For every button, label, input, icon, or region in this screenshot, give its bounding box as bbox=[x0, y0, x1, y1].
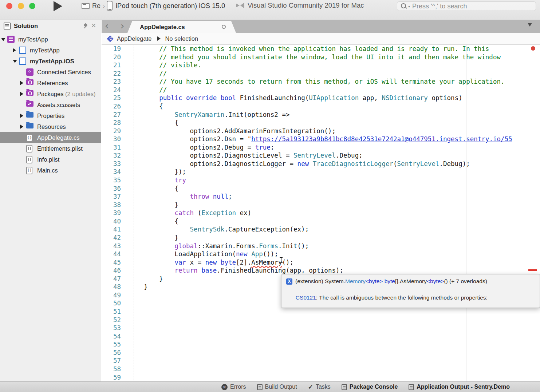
code-line[interactable]: 20 // method you should instantiate the … bbox=[102, 53, 540, 62]
chevron-right-icon[interactable] bbox=[20, 114, 23, 118]
scrollbar-error-dot bbox=[531, 46, 535, 51]
close-icon[interactable]: ✕ bbox=[91, 22, 96, 29]
device-selector[interactable]: iPod touch (7th generation) iOS 15.0 bbox=[107, 1, 225, 11]
scrollbar-error-marker bbox=[528, 269, 537, 271]
dsn-url-link[interactable]: https://5a193123a9b841bc8d8e42531e7242a1… bbox=[251, 135, 512, 143]
minimize-window-button[interactable] bbox=[18, 3, 24, 9]
chevron-right-icon[interactable] bbox=[20, 81, 23, 85]
code-line[interactable]: 19 // This method is invoked when the ap… bbox=[102, 45, 540, 53]
code-line[interactable]: 56 bbox=[102, 349, 540, 357]
code-line[interactable]: 29 options2.AddXamarinFormsIntegration()… bbox=[102, 127, 540, 135]
code-line[interactable]: 23 // You have 17 seconds to return from… bbox=[102, 78, 540, 86]
code-line[interactable]: 57 bbox=[102, 357, 540, 365]
code-line[interactable]: 44 LoadApplication(new App()); bbox=[102, 250, 540, 258]
code-line[interactable]: 58 bbox=[102, 365, 540, 373]
sidebar-item-label: Packages (2 updates) bbox=[37, 91, 96, 98]
code-line[interactable]: 36 { bbox=[102, 185, 540, 193]
sidebar-item-resources[interactable]: Resources bbox=[0, 121, 101, 132]
code-line[interactable]: 42 } bbox=[102, 234, 540, 242]
code-line[interactable]: 22 // bbox=[102, 70, 540, 78]
sidebar-item-mytestapp[interactable]: myTestApp bbox=[0, 34, 101, 45]
line-number: 21 bbox=[102, 61, 129, 70]
code-line[interactable]: 59 bbox=[102, 373, 540, 382]
breadcrumb-selection[interactable]: No selection bbox=[165, 35, 198, 42]
statusbar-label: Errors bbox=[230, 384, 246, 390]
line-number: 19 bbox=[102, 45, 129, 53]
code-line[interactable]: 43 global::Xamarin.Forms.Forms.Init(); bbox=[102, 242, 540, 250]
line-number: 27 bbox=[102, 111, 129, 119]
document-icon bbox=[409, 384, 414, 390]
tab-list-dropdown-icon[interactable] bbox=[528, 23, 532, 27]
chevron-down-icon[interactable] bbox=[1, 38, 5, 41]
code-line[interactable]: 55 bbox=[102, 340, 540, 349]
run-button[interactable] bbox=[54, 1, 62, 11]
code-line[interactable]: 31 options2.Debug = true; bbox=[102, 143, 540, 152]
chevron-right-icon[interactable] bbox=[20, 124, 23, 129]
code-line[interactable]: 21 // visible. bbox=[102, 61, 540, 70]
tab-appdelegate[interactable]: AppDelegate.cs bbox=[127, 21, 236, 33]
pin-icon[interactable] bbox=[83, 23, 89, 29]
code-lines: 19 // This method is invoked when the ap… bbox=[102, 45, 540, 381]
statusbar-application-output-sentry-demo[interactable]: Application Output - Sentry.Demo bbox=[409, 384, 510, 390]
app-title-text: Visual Studio Community 2019 for Mac bbox=[248, 1, 364, 9]
sidebar-item-packages[interactable]: Packages (2 updates) bbox=[0, 88, 101, 99]
status-bar: ✕ErrorsBuild Output✓TasksPackage Console… bbox=[0, 381, 540, 392]
error-code-link[interactable]: CS0121 bbox=[296, 294, 316, 301]
code-line[interactable]: 35 try bbox=[102, 176, 540, 185]
code-line[interactable]: 38 } bbox=[102, 201, 540, 209]
code-line[interactable]: 45 var x = new byte[2].AsMemory(); bbox=[102, 258, 540, 267]
sidebar-item-connected-services[interactable]: Connected Services bbox=[0, 67, 101, 78]
line-number: 49 bbox=[102, 291, 129, 300]
line-number: 59 bbox=[102, 373, 129, 382]
code-line[interactable]: 33 options2.DiagnosticLogger = new Trace… bbox=[102, 160, 540, 168]
code-line[interactable]: 30 options2.Dsn = "https://5a193123a9b84… bbox=[102, 135, 540, 143]
navigate-back-button[interactable]: ‹ bbox=[105, 20, 109, 31]
solution-tree: myTestAppmyTestAppmyTestApp.iOSConnected… bbox=[0, 34, 101, 176]
sidebar-item-main-cs[interactable]: Main.cs bbox=[0, 165, 101, 176]
search-input[interactable]: ▾ Press '^,' to search bbox=[397, 1, 536, 11]
sidebar-item-mytestapp-ios[interactable]: myTestApp.iOS bbox=[0, 56, 101, 67]
zoom-window-button[interactable] bbox=[29, 3, 35, 9]
code-line[interactable]: 54 bbox=[102, 332, 540, 341]
code-editor[interactable]: 19 // This method is invoked when the ap… bbox=[102, 45, 540, 381]
code-line[interactable]: 25 public override bool FinishedLaunchin… bbox=[102, 94, 540, 102]
code-line[interactable]: 40 { bbox=[102, 217, 540, 226]
code-line[interactable]: 32 options2.DiagnosticLevel = SentryLeve… bbox=[102, 151, 540, 160]
sidebar-item-label: AppDelegate.cs bbox=[37, 134, 80, 141]
code-line[interactable]: 41 SentrySdk.CaptureException(ex); bbox=[102, 225, 540, 234]
sidebar-item-appdelegate-cs[interactable]: AppDelegate.cs bbox=[0, 132, 101, 143]
code-line[interactable]: 51 bbox=[102, 308, 540, 316]
close-window-button[interactable] bbox=[6, 3, 12, 9]
code-line[interactable]: 46 return base.FinishedLaunching(app, op… bbox=[102, 266, 540, 275]
code-line[interactable]: 28 { bbox=[102, 119, 540, 127]
code-line[interactable]: 39 catch (Exception ex) bbox=[102, 209, 540, 217]
code-line[interactable]: 26 { bbox=[102, 102, 540, 111]
sidebar-item-assets-xcassets[interactable]: Assets.xcassets bbox=[0, 99, 101, 110]
code-line[interactable]: 52 bbox=[102, 316, 540, 324]
sidebar-item-references[interactable]: References bbox=[0, 78, 101, 88]
code-line[interactable]: 24 // bbox=[102, 86, 540, 94]
chevron-right-icon[interactable] bbox=[20, 92, 23, 96]
code-line[interactable]: 27 SentryXamarin.Init(options2 => bbox=[102, 111, 540, 119]
navigate-forward-button[interactable]: › bbox=[121, 20, 124, 31]
statusbar-build-output[interactable]: Build Output bbox=[257, 384, 297, 390]
sidebar-item-info-plist[interactable]: Info.plist bbox=[0, 154, 101, 165]
window-title: Visual Studio Community 2019 for Mac bbox=[236, 1, 364, 9]
extension-method-icon: X bbox=[286, 278, 292, 285]
code-line[interactable]: 37 throw null; bbox=[102, 193, 540, 201]
line-number: 40 bbox=[102, 217, 129, 226]
sidebar-item-entitlements-plist[interactable]: Entitlements.plist bbox=[0, 143, 101, 154]
breadcrumb-class[interactable]: AppDelegate bbox=[117, 35, 151, 42]
code-line[interactable]: 53 bbox=[102, 324, 540, 332]
code-line[interactable]: 34 }); bbox=[102, 168, 540, 176]
statusbar-errors[interactable]: ✕Errors bbox=[221, 384, 246, 390]
sidebar-item-mytestapp[interactable]: myTestApp bbox=[0, 45, 101, 56]
line-number: 35 bbox=[102, 176, 129, 185]
sidebar-item-properties[interactable]: Properties bbox=[0, 110, 101, 121]
chevron-right-icon[interactable] bbox=[13, 48, 16, 52]
build-configuration-selector[interactable]: Re › bbox=[82, 2, 105, 10]
statusbar-package-console[interactable]: Package Console bbox=[342, 384, 398, 390]
chevron-down-icon[interactable] bbox=[13, 60, 17, 63]
line-number: 39 bbox=[102, 209, 129, 217]
statusbar-tasks[interactable]: ✓Tasks bbox=[308, 383, 331, 391]
